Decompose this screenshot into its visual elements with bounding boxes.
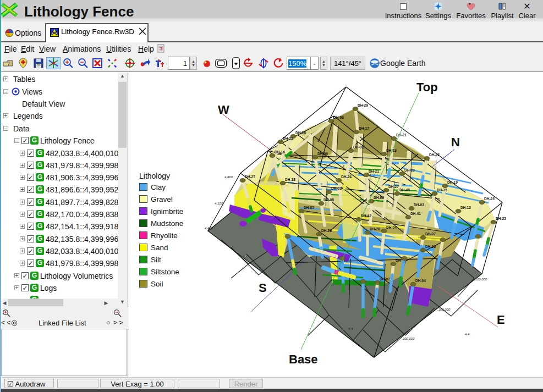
svg-text:DH-05: DH-05	[304, 206, 314, 209]
svg-text:DH-29: DH-29	[358, 103, 368, 107]
svg-text:?: ?	[160, 46, 163, 52]
svg-text:DH-16: DH-16	[275, 150, 285, 154]
svg-text:DH-21: DH-21	[369, 169, 379, 173]
svg-text:DH-45: DH-45	[399, 188, 410, 192]
svg-text:,100,000: ,100,000	[402, 337, 415, 340]
svg-text:DH-09: DH-09	[317, 152, 328, 156]
svg-text:4,100: 4,100	[215, 202, 223, 205]
svg-text:DH-03: DH-03	[414, 203, 424, 207]
svg-text:W: W	[218, 103, 229, 117]
svg-text:DH-25: DH-25	[496, 217, 506, 220]
svg-text:Top: Top	[416, 80, 438, 94]
svg-text:DH-04: DH-04	[415, 279, 426, 283]
svg-text:DH-26: DH-26	[321, 229, 332, 233]
svg-text:DH-20: DH-20	[370, 227, 380, 231]
svg-text:DH-02: DH-02	[353, 145, 364, 149]
svg-text:DH-41: DH-41	[410, 212, 421, 216]
svg-text:S: S	[259, 281, 267, 295]
svg-text:DH-01: DH-01	[331, 186, 342, 190]
svg-text:DH-07: DH-07	[425, 232, 436, 236]
svg-text:DH-16: DH-16	[425, 245, 436, 249]
svg-text:DH-22: DH-22	[429, 153, 440, 157]
svg-text:4,4: 4,4	[465, 333, 470, 336]
svg-text:DH-24: DH-24	[341, 175, 352, 179]
svg-text:,100,000: ,100,000	[437, 308, 451, 311]
svg-text:DH-12: DH-12	[460, 206, 471, 209]
svg-text:DH-18: DH-18	[285, 178, 295, 181]
svg-text:DH-21: DH-21	[396, 133, 407, 137]
svg-text:DH-27: DH-27	[245, 175, 255, 179]
svg-text:DH-23: DH-23	[484, 197, 495, 201]
svg-text:DH-06: DH-06	[374, 196, 384, 200]
svg-text:DH-28: DH-28	[295, 131, 306, 135]
svg-text:DH-08: DH-08	[323, 198, 334, 202]
svg-text:DH-03: DH-03	[333, 115, 344, 119]
svg-text:,100,000: ,100,000	[474, 278, 487, 281]
svg-text:Base: Base	[289, 352, 318, 366]
svg-text:DH-17: DH-17	[359, 126, 369, 130]
svg-text:4,4: 4,4	[348, 327, 353, 330]
svg-text:DH-22: DH-22	[283, 136, 293, 140]
svg-text:DH-20: DH-20	[404, 168, 415, 172]
svg-text:N: N	[451, 135, 460, 149]
svg-text:DH-04: DH-04	[386, 225, 397, 229]
svg-text:DH-27: DH-27	[388, 185, 399, 189]
svg-text:DH-19: DH-19	[447, 180, 458, 184]
svg-text:E: E	[497, 313, 505, 327]
svg-text:DH-02: DH-02	[380, 277, 390, 281]
svg-text:4,400: 4,400	[224, 175, 233, 179]
svg-text:DH-15: DH-15	[437, 188, 447, 192]
